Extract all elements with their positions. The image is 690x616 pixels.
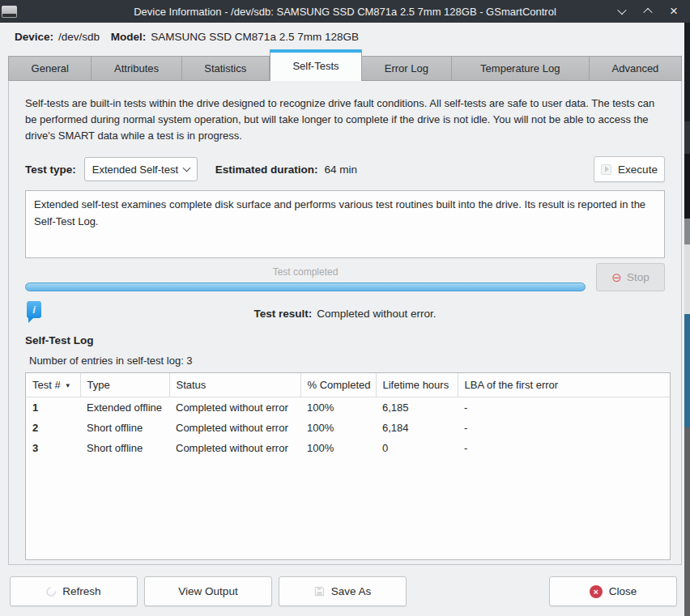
progress-bar [25, 283, 586, 291]
tab-statistics[interactable]: Statistics [182, 56, 270, 81]
stop-icon: ⊖ [611, 271, 622, 283]
model-label: Model: [111, 31, 147, 43]
stop-button-label: Stop [627, 271, 650, 283]
cell-lba: - [458, 418, 670, 438]
play-icon [601, 164, 611, 175]
cell-status: Completed without error [169, 438, 300, 458]
cell-type: Short offline [80, 418, 169, 438]
cell-lifetime-hours: 6,184 [376, 418, 458, 438]
device-value: /dev/sdb [58, 31, 100, 43]
cell-lifetime-hours: 6,185 [376, 397, 458, 418]
tab-attributes[interactable]: Attributes [92, 56, 181, 81]
log-entries-count: Number of entries in self-test log: 3 [29, 355, 669, 367]
table-header-row: Test #▼ Type Status % Completed Lifetime… [26, 373, 670, 397]
test-controls-row: Test type: Extended Self-test Estimated … [25, 156, 669, 182]
refresh-button[interactable]: Refresh [10, 576, 138, 606]
table-row[interactable]: 2 Short offline Completed without error … [26, 418, 670, 438]
column-header-percent-completed[interactable]: % Completed [300, 373, 376, 397]
tab-self-tests[interactable]: Self-Tests [270, 49, 362, 81]
cell-test-number: 3 [26, 438, 80, 458]
cell-lba: - [458, 438, 670, 458]
model-value: SAMSUNG SSD CM871a 2.5 7mm 128GB [151, 31, 359, 43]
window-title: Device Information - /dev/sdb: SAMSUNG S… [0, 6, 690, 18]
cell-type: Extended offline [80, 397, 169, 418]
cell-lifetime-hours: 0 [376, 438, 458, 458]
tab-general[interactable]: General [8, 56, 92, 81]
sort-descending-icon: ▼ [65, 382, 71, 389]
background-desktop-sliver [684, 23, 690, 616]
footer-spacer [413, 576, 543, 606]
save-as-button-label: Save As [331, 585, 372, 597]
self-tests-panel: Self-tests are built-in tests within the… [8, 81, 682, 565]
close-button-label: Close [609, 585, 637, 597]
close-icon: × [670, 6, 678, 17]
self-test-log-heading: Self-Test Log [25, 334, 669, 346]
cell-test-number: 1 [26, 397, 80, 418]
column-header-lba-first-error[interactable]: LBA of the first error [458, 373, 670, 397]
device-label: Device: [15, 31, 53, 43]
chevron-down-icon [617, 6, 626, 15]
column-header-test-number[interactable]: Test #▼ [26, 373, 80, 397]
cell-lba: - [458, 397, 670, 418]
refresh-icon [45, 584, 58, 598]
minimize-button[interactable] [615, 5, 628, 18]
cell-test-number: 2 [26, 418, 80, 438]
test-type-dropdown[interactable]: Extended Self-test [84, 157, 198, 181]
self-tests-intro-text: Self-tests are built-in tests within the… [21, 93, 669, 144]
maximize-button[interactable] [641, 5, 654, 18]
stop-button[interactable]: ⊖ Stop [596, 263, 665, 291]
progress-row: Test completed ⊖ Stop [25, 263, 665, 291]
cell-type: Short offline [80, 438, 169, 458]
view-output-button[interactable]: View Output [144, 576, 272, 606]
cell-percent: 100% [300, 438, 376, 458]
tab-temperature-log[interactable]: Temperature Log [452, 56, 590, 81]
titlebar: Device Information - /dev/sdb: SAMSUNG S… [0, 0, 690, 23]
close-button[interactable]: × Close [549, 576, 677, 606]
test-type-selected-value: Extended Self-test [92, 164, 184, 176]
estimated-duration-value: 64 min [325, 164, 358, 176]
cell-percent: 100% [300, 418, 376, 438]
device-info-line: Device:/dev/sdb Model:SAMSUNG SSD CM871a… [0, 23, 690, 43]
test-result-value: Completed without error. [317, 308, 436, 320]
column-header-type[interactable]: Type [80, 373, 169, 397]
close-circle-icon: × [590, 585, 603, 598]
estimated-duration-label: Estimated duration: [215, 164, 318, 176]
save-as-button[interactable]: Save As [279, 576, 407, 606]
cell-percent: 100% [300, 397, 376, 418]
refresh-button-label: Refresh [62, 585, 100, 597]
info-icon: i [27, 301, 41, 318]
test-result-label: Test result: [254, 308, 313, 320]
column-header-status[interactable]: Status [169, 373, 300, 397]
table-row[interactable]: 1 Extended offline Completed without err… [26, 397, 670, 418]
table-row[interactable]: 3 Short offline Completed without error … [26, 438, 670, 458]
drive-app-icon [2, 6, 17, 18]
cell-status: Completed without error [169, 397, 300, 418]
self-test-log-table: Test #▼ Type Status % Completed Lifetime… [25, 372, 671, 560]
tab-bar: General Attributes Statistics Self-Tests… [8, 49, 682, 81]
cell-status: Completed without error [169, 418, 300, 438]
footer-button-row: Refresh View Output Save As × Close [10, 576, 677, 606]
column-header-lifetime-hours[interactable]: Lifetime hours [376, 373, 458, 397]
floppy-save-icon [314, 586, 325, 597]
close-window-button[interactable]: × [667, 5, 680, 18]
test-description-box: Extended self-test examines complete dis… [25, 190, 665, 258]
progress-status-text: Test completed [25, 266, 586, 278]
chevron-up-icon [643, 8, 652, 17]
tab-error-log[interactable]: Error Log [362, 56, 451, 81]
test-type-label: Test type: [25, 164, 76, 176]
tab-advanced[interactable]: Advanced [590, 56, 682, 81]
execute-button-label: Execute [618, 164, 658, 176]
dropdown-chevron-icon [182, 164, 190, 172]
execute-button[interactable]: Execute [594, 156, 665, 182]
test-result-row: i Test result: Completed without error. [21, 300, 669, 327]
view-output-button-label: View Output [178, 585, 237, 597]
